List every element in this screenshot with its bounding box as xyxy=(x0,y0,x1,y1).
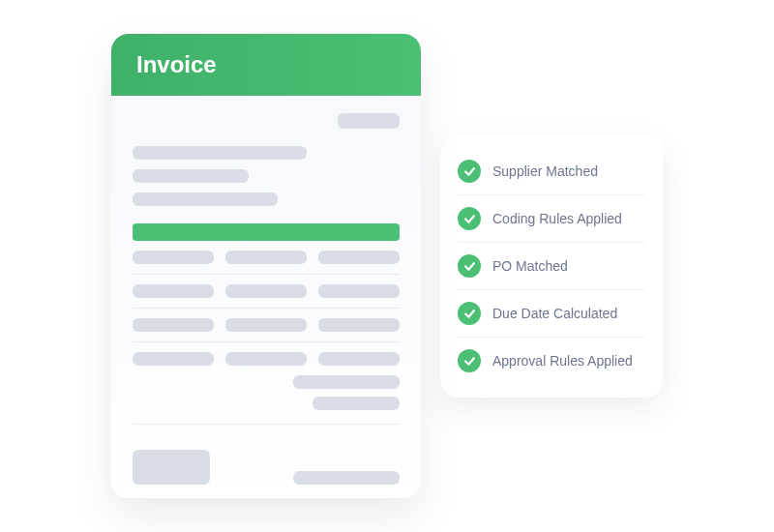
check-item-po-matched: PO Matched xyxy=(458,242,645,289)
check-item-supplier-matched: Supplier Matched xyxy=(458,148,645,194)
invoice-document: Invoice xyxy=(111,34,421,498)
check-circle-icon xyxy=(458,207,481,230)
invoice-number-placeholder xyxy=(133,113,400,129)
check-circle-icon xyxy=(458,302,481,325)
check-item-coding-rules: Coding Rules Applied xyxy=(458,194,645,242)
check-circle-icon xyxy=(458,349,481,372)
check-item-due-date: Due Date Calculated xyxy=(458,289,645,337)
check-circle-icon xyxy=(458,160,481,183)
check-label: Approval Rules Applied xyxy=(492,353,633,369)
invoice-header: Invoice xyxy=(111,34,421,96)
address-line-placeholder xyxy=(133,169,249,183)
address-line-placeholder xyxy=(133,146,307,160)
check-label: Coding Rules Applied xyxy=(492,211,622,226)
address-line-placeholder xyxy=(133,192,278,206)
check-label: Due Date Calculated xyxy=(492,306,617,321)
invoice-title: Invoice xyxy=(136,51,396,78)
table-row xyxy=(133,251,400,264)
invoice-body xyxy=(111,96,421,498)
table-row xyxy=(133,318,400,332)
line-items-header xyxy=(133,223,400,241)
invoice-totals xyxy=(133,375,400,410)
check-circle-icon xyxy=(458,254,481,278)
check-item-approval-rules: Approval Rules Applied xyxy=(458,337,645,384)
validation-checks-panel: Supplier Matched Coding Rules Applied PO… xyxy=(440,134,663,398)
table-row xyxy=(133,352,400,366)
invoice-footer xyxy=(133,450,400,485)
table-row xyxy=(133,284,400,298)
check-label: PO Matched xyxy=(492,258,568,274)
check-label: Supplier Matched xyxy=(492,163,598,179)
